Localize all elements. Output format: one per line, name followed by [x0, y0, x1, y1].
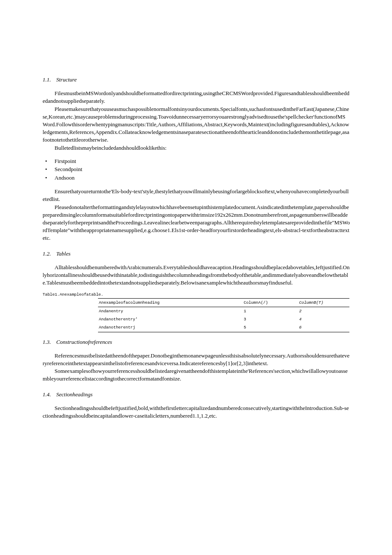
- heading-num: 1.4.: [43, 391, 56, 398]
- table-cell: 6: [298, 323, 349, 332]
- heading-num: 1.1.: [43, 76, 56, 84]
- heading-num: 1.3.: [43, 338, 56, 346]
- list-item: Andsoon: [43, 174, 350, 182]
- table-cell: 4: [298, 315, 349, 323]
- table-cell: Andanentry: [98, 307, 243, 315]
- body-text: Bulletedlistsmaybeincludedandshouldlookl…: [43, 144, 350, 152]
- heading-title: Constructionofreferences: [56, 339, 112, 345]
- heading-title: Tables: [56, 250, 70, 257]
- table-cell: 1: [243, 307, 298, 315]
- table-caption: Table1.Anexampleofatable.: [43, 292, 350, 297]
- heading-references: 1.3.Constructionofreferences: [43, 338, 350, 346]
- table-header: ColumnA(/): [243, 298, 298, 307]
- body-text: AlltablesshouldbenumberedwithArabicnumer…: [43, 264, 350, 287]
- list-item: Secondpoint: [43, 165, 350, 174]
- heading-structure: 1.1.Structure: [43, 76, 350, 84]
- table-header: ColumnB(T): [298, 298, 349, 307]
- table-cell: 2: [298, 307, 349, 315]
- heading-title: Structure: [56, 76, 77, 83]
- table-header-row: Anexampleofacolumnheading ColumnA(/) Col…: [98, 298, 349, 307]
- table-header: Anexampleofacolumnheading: [98, 298, 243, 307]
- heading-tables: 1.2.Tables: [43, 250, 350, 258]
- table-row: Andanotherentry' 3 4: [98, 315, 349, 323]
- body-text: Pleasemakesurethatyouuseasmuchaspossible…: [43, 105, 350, 144]
- example-table: Anexampleofacolumnheading ColumnA(/) Col…: [98, 298, 349, 332]
- table-cell: Andanotherentrj: [98, 323, 243, 332]
- table-row: Andanotherentrj 5 6: [98, 323, 349, 332]
- table-cell: 3: [243, 315, 298, 323]
- body-text: SectionheadingsshouldbeIeftjustified,bol…: [43, 404, 350, 420]
- heading-title: Sectionheadings: [56, 391, 92, 398]
- body-text: FilesmustbeinMSWordonlyandshouldbeformat…: [43, 90, 350, 105]
- heading-section-headings: 1.4.Sectionheadings: [43, 391, 350, 398]
- body-text: Referencesmustbelistedattheendofthepaper…: [43, 352, 350, 367]
- body-text: Someexamplesofhowyourreferencesshouldbel…: [43, 367, 350, 383]
- table-cell: 5: [243, 323, 298, 332]
- bullet-list: Firstpoint Secondpoint Andsoon: [43, 157, 350, 182]
- body-text: Ensurethatyoureturntothe'Els-body-text's…: [43, 188, 350, 203]
- heading-num: 1.2.: [43, 250, 56, 258]
- body-text: Pleasedonotaltertheformattingandstylelay…: [43, 203, 350, 242]
- table-cell: Andanotherentry': [98, 315, 243, 323]
- list-item: Firstpoint: [43, 157, 350, 166]
- table-row: Andanentry 1 2: [98, 307, 349, 315]
